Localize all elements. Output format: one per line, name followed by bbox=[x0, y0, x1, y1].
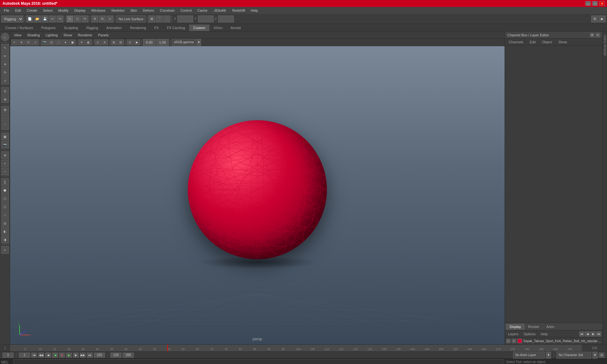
vp-menu-renderer[interactable]: Renderer bbox=[75, 33, 95, 38]
layers-btn[interactable]: Layers bbox=[506, 331, 520, 337]
cmd-input[interactable] bbox=[14, 359, 503, 364]
paint-select-button[interactable]: ✏ bbox=[1, 52, 9, 60]
current-frame-input[interactable] bbox=[3, 353, 14, 358]
vp-value1-input[interactable] bbox=[143, 39, 156, 46]
vp-camera-btn[interactable]: 📷 bbox=[41, 39, 48, 45]
render-button[interactable]: ▶ bbox=[599, 15, 606, 22]
menu-file[interactable]: File bbox=[1, 8, 12, 13]
rotate-button[interactable]: ↻ bbox=[1, 69, 9, 76]
menu-redshift[interactable]: Redshift bbox=[230, 8, 248, 13]
maximize-button[interactable]: □ bbox=[592, 1, 598, 6]
vp-menu-lighting[interactable]: Lighting bbox=[43, 33, 60, 38]
move-tool-button[interactable]: ✛ bbox=[91, 15, 98, 22]
tab-rigging[interactable]: Rigging bbox=[82, 25, 102, 31]
tab-anim[interactable]: Anim bbox=[543, 324, 558, 330]
scale-tool-button[interactable]: ⤢ bbox=[107, 15, 113, 22]
tab-object[interactable]: Object bbox=[539, 39, 555, 45]
viewport[interactable]: persp X Y Z bbox=[10, 46, 505, 344]
play-fwd-btn[interactable]: ▶ bbox=[66, 353, 72, 358]
extra-button[interactable]: + bbox=[1, 246, 9, 254]
menu-constrain[interactable]: Constrain bbox=[157, 8, 177, 13]
sculpt-button[interactable]: ⊚ bbox=[1, 151, 9, 159]
snap-grid-button[interactable]: ⊞ bbox=[148, 15, 155, 22]
vp-aa-btn[interactable]: A bbox=[95, 39, 101, 45]
vp-menu-shading[interactable]: Shading bbox=[25, 33, 42, 38]
layer-item[interactable]: V P Sepak_Takraw_Sport_Kick_Rattan_Ball_… bbox=[505, 337, 603, 344]
vp-value2-input[interactable] bbox=[156, 39, 169, 46]
undo-button[interactable]: ↩ bbox=[49, 15, 56, 22]
select-tool-button[interactable]: ↖ bbox=[66, 15, 73, 22]
vp-xray-btn[interactable]: X bbox=[101, 39, 108, 45]
wax-button[interactable]: ⬟ bbox=[1, 186, 9, 194]
foamy-button[interactable]: ○ bbox=[1, 211, 9, 219]
prev-frame-btn[interactable]: ◀◀ bbox=[38, 353, 44, 358]
imprint-button[interactable]: ◑ bbox=[1, 236, 9, 243]
tab-animation[interactable]: Animation bbox=[102, 25, 126, 31]
repeat-button[interactable]: ◐ bbox=[1, 228, 9, 235]
vp-grid-btn[interactable]: ⊞ bbox=[111, 39, 117, 45]
anim-end-input[interactable] bbox=[110, 353, 121, 358]
menu-control[interactable]: Control bbox=[178, 8, 194, 13]
menu-help[interactable]: Help bbox=[248, 8, 261, 13]
soft-mod-button[interactable]: ⊙ bbox=[1, 87, 9, 95]
layer-nav-next-next[interactable]: ⏭ bbox=[596, 331, 601, 337]
vp-light-btn[interactable]: ☀ bbox=[78, 39, 85, 45]
layer-v-btn[interactable]: V bbox=[506, 339, 511, 343]
minimize-button[interactable]: — bbox=[586, 1, 591, 6]
scrape-button[interactable]: ⬠ bbox=[1, 195, 9, 202]
menu-cache[interactable]: Cache bbox=[195, 8, 210, 13]
menu-skin[interactable]: Skin bbox=[128, 8, 139, 13]
tab-arnold[interactable]: Arnold bbox=[227, 25, 245, 31]
panel-close-btn[interactable]: ✕ bbox=[596, 33, 600, 37]
vp-select-btn[interactable]: ↖ bbox=[11, 39, 18, 45]
layer-p-btn[interactable]: P bbox=[512, 339, 516, 343]
char-set-menu-btn[interactable]: ▼ bbox=[592, 352, 598, 359]
help-btn[interactable]: Help bbox=[539, 331, 550, 337]
menu-3dtoall[interactable]: -3DtoAll- bbox=[211, 8, 229, 13]
tab-channels[interactable]: Channels bbox=[506, 39, 526, 45]
spray-button[interactable]: ◎ bbox=[1, 219, 9, 227]
menu-windows[interactable]: Windows bbox=[89, 8, 108, 13]
y-input[interactable] bbox=[198, 15, 214, 22]
menu-create[interactable]: Create bbox=[24, 8, 40, 13]
range-start-input[interactable] bbox=[19, 353, 30, 358]
paint-tool-button[interactable]: ✏ bbox=[82, 15, 89, 22]
vp-menu-panels[interactable]: Panels bbox=[95, 33, 111, 38]
smooth-button[interactable]: ~ bbox=[1, 168, 9, 175]
home-view-button[interactable]: ⌂ bbox=[1, 33, 9, 41]
lasso-tool-button[interactable]: ⬡ bbox=[74, 15, 81, 22]
tab-custom[interactable]: Custom bbox=[189, 25, 210, 31]
menu-deform[interactable]: Deform bbox=[140, 8, 157, 13]
color-space-dropdown-btn[interactable]: ▼ bbox=[197, 39, 201, 46]
fill-button[interactable]: ⬡ bbox=[1, 203, 9, 210]
tab-display[interactable]: Display bbox=[506, 324, 524, 330]
move-button[interactable]: ✛ bbox=[1, 60, 9, 68]
rotate-tool-button[interactable]: ↻ bbox=[99, 15, 106, 22]
options-btn[interactable]: Options bbox=[522, 331, 537, 337]
vp-menu-view[interactable]: View bbox=[11, 33, 24, 38]
vp-smooth-btn[interactable]: ● bbox=[62, 39, 69, 45]
open-file-button[interactable]: 📂 bbox=[34, 15, 41, 22]
crease-button[interactable]: ║ bbox=[1, 178, 9, 186]
z-input[interactable] bbox=[218, 15, 234, 22]
range-end-input[interactable] bbox=[94, 353, 105, 358]
vp-scale-btn[interactable]: ⤢ bbox=[32, 39, 39, 45]
vp-shadow-btn[interactable]: ◐ bbox=[85, 39, 92, 45]
vp-frame-btn[interactable]: ⊙ bbox=[127, 39, 133, 45]
relax-button[interactable]: ≈ bbox=[1, 160, 9, 167]
menu-skeleton[interactable]: Skeleton bbox=[108, 8, 127, 13]
show-manip-button[interactable]: ⊕ bbox=[1, 95, 9, 103]
timeline-ruler[interactable]: 5101520253035404550556065707580859095100… bbox=[10, 345, 582, 351]
tab-fx-caching[interactable]: FX Caching bbox=[163, 25, 189, 31]
layer-nav-next[interactable]: ▶ bbox=[591, 331, 596, 337]
next-frame-btn[interactable]: ▶▶ bbox=[80, 353, 86, 358]
snap-point-button[interactable]: · bbox=[163, 15, 170, 22]
mode-dropdown[interactable]: Rigging bbox=[1, 15, 23, 22]
tab-rendering[interactable]: Rendering bbox=[126, 25, 150, 31]
tab-render[interactable]: Render bbox=[524, 324, 543, 330]
vp-persp-btn[interactable]: ⊡ bbox=[48, 39, 55, 45]
timeline-playhead[interactable] bbox=[167, 345, 168, 351]
menu-edit[interactable]: Edit bbox=[13, 8, 24, 13]
tab-sculpting[interactable]: Sculpting bbox=[60, 25, 82, 31]
next-keyframe-btn[interactable]: ▶ bbox=[73, 353, 79, 358]
